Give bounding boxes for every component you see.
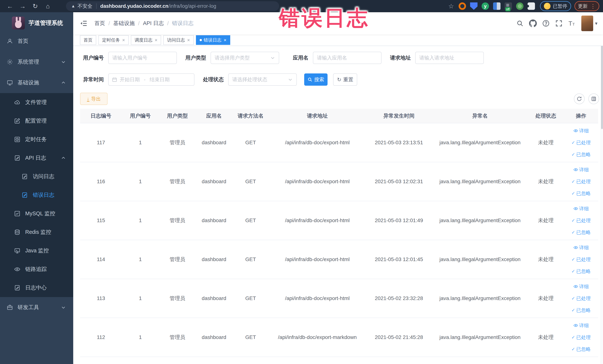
close-tab-icon[interactable]: ×	[224, 37, 227, 43]
extension-icon-off-badge[interactable]: off	[505, 2, 512, 10]
exception-time-range[interactable]: 开始日期 - 结束日期	[108, 73, 195, 86]
user-type-select[interactable]: 请选择用户类型	[210, 52, 279, 64]
detail-link[interactable]: 详细	[573, 281, 589, 293]
fullscreen-icon[interactable]	[555, 19, 563, 27]
refresh-table-button[interactable]	[574, 94, 585, 104]
update-pill[interactable]: 更新⋮	[574, 1, 599, 11]
address-bar[interactable]: ▲ 不安全 dashboard.yudao.iocoder.cn/infra/l…	[66, 1, 279, 11]
close-tab-icon[interactable]: ×	[187, 37, 190, 43]
url-path: /infra/log/api-error-log	[168, 3, 216, 9]
close-tab-icon[interactable]: ×	[155, 37, 157, 43]
paused-pill[interactable]: 已暂停	[540, 1, 571, 11]
export-button[interactable]: ↓ 导出	[80, 93, 107, 105]
detail-link[interactable]: 详细	[573, 319, 589, 331]
detail-link[interactable]: 详细	[573, 164, 589, 176]
extension-icon-shield[interactable]	[470, 2, 477, 10]
eye-icon	[14, 266, 20, 272]
processed-link[interactable]: ✓已处理	[571, 254, 591, 265]
sidebar-item-job[interactable]: 定时任务	[0, 130, 73, 149]
breadcrumb-item[interactable]: 基础设施	[113, 20, 135, 27]
processed-link[interactable]: ✓已处理	[571, 214, 591, 226]
ignored-link[interactable]: ✓已忽略	[571, 188, 591, 199]
table-toolbar: ↓ 导出	[80, 93, 599, 105]
svg-text:T: T	[568, 20, 572, 27]
search-button[interactable]: 搜索	[304, 73, 327, 86]
cell-status: 未处理	[528, 279, 564, 318]
sidebar-item-api-log[interactable]: API 日志	[0, 149, 73, 167]
processed-link[interactable]: ✓已处理	[571, 137, 591, 149]
sidebar-item-label: 基础设施	[18, 79, 39, 86]
detail-link[interactable]: 详细	[573, 242, 589, 254]
ignored-link[interactable]: ✓已忽略	[571, 265, 591, 277]
caret-down-icon[interactable]: ▾	[595, 21, 597, 26]
reload-icon[interactable]: ↻	[30, 1, 41, 12]
check-icon: ✓	[571, 137, 575, 149]
breadcrumb-item[interactable]: 首页	[94, 20, 105, 27]
extension-icon-leaf[interactable]	[516, 2, 523, 10]
ignored-link[interactable]: ✓已忽略	[571, 343, 591, 355]
sidebar-item-java[interactable]: Java 监控	[0, 241, 73, 260]
menu-dots-icon[interactable]: ⋮	[590, 3, 596, 10]
sidebar-item-home[interactable]: 首页	[0, 31, 73, 52]
cell-actions: 详细✓已处理✓已忽略	[564, 123, 598, 162]
app-name-label: 应用名	[285, 54, 308, 61]
ignored-link[interactable]: ✓已忽略	[571, 149, 591, 160]
request-url-label: 请求地址	[387, 54, 411, 61]
column-header: 请求方法名	[232, 109, 269, 123]
sidebar-item-error-log[interactable]: 错误日志	[0, 186, 73, 204]
status-select[interactable]: 请选择处理状态	[228, 73, 297, 86]
reset-button[interactable]: ↻ 重置	[333, 73, 357, 86]
sidebar-item-infra[interactable]: 基础设施	[0, 72, 73, 93]
forward-icon[interactable]: →	[17, 1, 28, 12]
request-url-input[interactable]: 请输入请求地址	[415, 52, 484, 64]
tab-访问日志[interactable]: 访问日志×	[163, 35, 194, 45]
processed-link[interactable]: ✓已处理	[571, 176, 591, 188]
user-avatar[interactable]	[581, 16, 593, 31]
tab-调度日志[interactable]: 调度日志×	[131, 35, 161, 45]
processed-link[interactable]: ✓已处理	[571, 293, 591, 304]
tab-错误日志[interactable]: 错误日志×	[196, 35, 230, 45]
docedit-icon	[14, 285, 20, 291]
filter-row-1: 用户编号 请输入用户编号 用户类型 请选择用户类型 应用名 请输入应用名 请求地…	[80, 52, 599, 64]
user-id-input[interactable]: 请输入用户编号	[108, 52, 177, 64]
extension-icon-grid[interactable]	[493, 2, 500, 10]
close-tab-icon[interactable]: ×	[122, 37, 125, 43]
breadcrumb-item[interactable]: API 日志	[143, 20, 164, 27]
ignored-link[interactable]: ✓已忽略	[571, 226, 591, 238]
extension-icon-puzzle[interactable]	[528, 2, 535, 10]
extension-icon-green-circle[interactable]: y	[482, 2, 489, 10]
sidebar-item-file[interactable]: 文件管理	[0, 93, 73, 112]
sidebar-item-access-log[interactable]: 访问日志	[0, 167, 73, 186]
github-icon[interactable]	[529, 19, 537, 27]
sidebar-item-mysql[interactable]: MySQL 监控	[0, 204, 73, 223]
ignored-link[interactable]: ✓已忽略	[571, 304, 591, 316]
cell-actions: 详细✓已处理✓已忽略	[564, 279, 598, 318]
processed-link[interactable]: ✓已处理	[571, 331, 591, 343]
security-label: 不安全	[78, 3, 93, 10]
home-icon[interactable]: ⌂	[42, 1, 53, 12]
extension-icon-orange[interactable]	[459, 2, 466, 10]
detail-link[interactable]: 详细	[573, 125, 589, 137]
bookmark-star-icon[interactable]: ☆	[448, 2, 454, 10]
app-name-input[interactable]: 请输入应用名	[313, 52, 382, 64]
sidebar-item-dev-tools[interactable]: 研发工具	[0, 297, 73, 318]
eye-icon	[573, 167, 578, 172]
help-icon[interactable]	[542, 19, 550, 27]
sidebar-item-log-center[interactable]: 日志中心	[0, 279, 73, 297]
sidebar-item-redis[interactable]: Redis 监控	[0, 223, 73, 241]
breadcrumb-separator: /	[167, 20, 169, 26]
cell-url: /api/infra/db-doc/export-html	[269, 279, 366, 318]
detail-link[interactable]: 详细	[573, 203, 589, 214]
sidebar-item-trace[interactable]: 链路追踪	[0, 260, 73, 279]
tab-首页[interactable]: 首页	[80, 35, 96, 45]
back-icon[interactable]: ←	[4, 1, 16, 12]
sidebar-item-system[interactable]: 系统管理	[0, 52, 73, 72]
scrollbar[interactable]	[601, 12, 603, 364]
fold-menu-icon[interactable]	[80, 20, 87, 27]
cell-method: GET	[232, 240, 269, 279]
sidebar-item-config[interactable]: 配置管理	[0, 112, 73, 130]
search-icon[interactable]	[516, 19, 524, 27]
text-size-icon[interactable]: TT	[568, 19, 576, 27]
column-settings-button[interactable]	[588, 94, 599, 104]
tab-定时任务[interactable]: 定时任务×	[98, 35, 129, 45]
